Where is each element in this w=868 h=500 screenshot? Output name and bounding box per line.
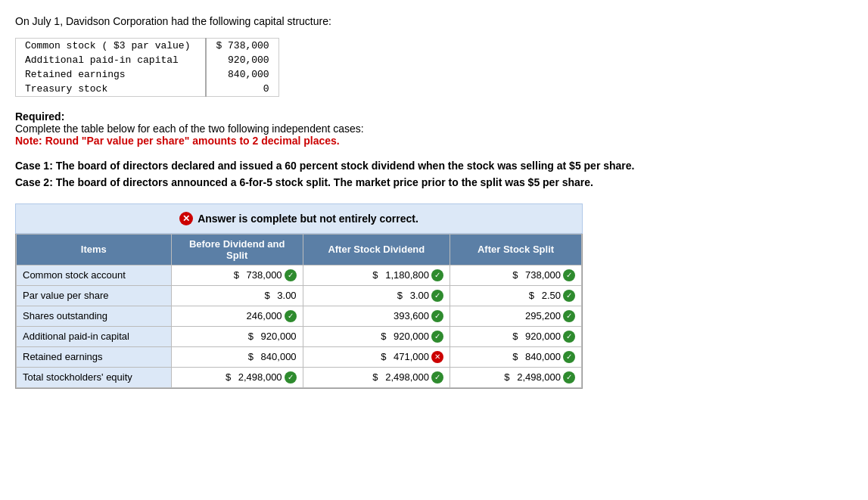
check-icon: ✓ (285, 269, 297, 281)
main-table: Items Before Dividend and Split After St… (16, 234, 582, 388)
before-value-cell: $ 3.00 (171, 285, 303, 306)
dollar-sign: $ (372, 371, 378, 383)
after-split-value: 2,498,000 (517, 371, 561, 383)
col-header-before: Before Dividend and Split (171, 234, 303, 265)
col-header-items: Items (17, 234, 172, 265)
row-label: Retained earnings (17, 346, 172, 367)
row-label: Additional paid-in capital (17, 326, 172, 346)
col-header-after-dividend: After Stock Dividend (303, 234, 450, 265)
after-split-value-cell: $ 738,000 ✓ (450, 265, 582, 285)
case2-text: Case 2: The board of directors announced… (15, 176, 593, 188)
dollar-sign: $ (234, 269, 239, 281)
dollar-sign: $ (264, 290, 269, 301)
capital-row-value: 920,000 (206, 53, 278, 67)
table-row: Additional paid-in capital$ 920,000$ 920… (17, 326, 582, 346)
row-label: Par value per share (17, 285, 172, 306)
row-label: Total stockholders' equity (17, 367, 172, 387)
required-text: Complete the table below for each of the… (15, 123, 364, 135)
dollar-sign: $ (397, 290, 403, 301)
before-value-cell: $ 920,000 (171, 326, 303, 346)
after-dividend-value-cell: $ 2,498,000 ✓ (303, 367, 450, 387)
after-split-value: 920,000 (525, 331, 561, 342)
before-value: 246,000 (247, 310, 282, 321)
check-icon: ✓ (431, 371, 443, 384)
before-value: 2,498,000 (238, 371, 282, 383)
after-split-value-cell: $ 2,498,000 ✓ (450, 367, 582, 387)
table-row: Common stock account$ 738,000 ✓$ 1,180,8… (17, 265, 582, 285)
required-label: Required: (15, 110, 64, 123)
after-dividend-value-cell: $ 3.00 ✓ (303, 285, 450, 306)
check-icon: ✓ (285, 371, 297, 384)
check-icon: ✓ (431, 331, 443, 343)
capital-row: Treasury stock0 (16, 82, 279, 97)
main-table-wrapper: Items Before Dividend and Split After St… (15, 234, 583, 389)
x-circle-icon: ✕ (431, 351, 443, 363)
capital-row-label: Common stock ( $3 par value) (16, 39, 207, 54)
check-icon: ✓ (563, 351, 575, 363)
capital-row-value: $ 738,000 (206, 39, 278, 54)
capital-row: Common stock ( $3 par value)$ 738,000 (16, 39, 279, 54)
check-icon: ✓ (285, 310, 297, 322)
answer-banner-text: Answer is complete but not entirely corr… (198, 213, 418, 225)
check-icon: ✓ (563, 371, 575, 384)
after-dividend-value: 2,498,000 (385, 371, 429, 383)
before-value-cell: $ 738,000 ✓ (171, 265, 303, 285)
dollar-sign: $ (372, 269, 378, 281)
capital-row: Additional paid-in capital920,000 (16, 53, 279, 67)
after-split-value-cell: $ 920,000 ✓ (450, 326, 582, 346)
check-icon: ✓ (563, 310, 575, 322)
intro-heading: On July 1, Davidson Corporation had the … (15, 15, 853, 27)
dollar-sign: $ (381, 331, 386, 342)
before-value-cell: 246,000 ✓ (171, 306, 303, 326)
check-icon: ✓ (563, 290, 575, 302)
after-dividend-value-cell: $ 471,000 ✕ (303, 346, 450, 367)
dollar-sign: $ (504, 371, 509, 383)
capital-structure-table: Common stock ( $3 par value)$ 738,000Add… (15, 38, 279, 97)
after-split-value: 840,000 (525, 351, 561, 362)
before-value-cell: $ 840,000 (171, 346, 303, 367)
capital-row-label: Additional paid-in capital (16, 53, 207, 67)
required-section: Required: Complete the table below for e… (15, 110, 853, 147)
after-split-value-cell: 295,200 ✓ (450, 306, 582, 326)
before-value: 920,000 (261, 331, 297, 342)
after-split-value-cell: $ 840,000 ✓ (450, 346, 582, 367)
dollar-sign: $ (248, 351, 254, 362)
before-value: 3.00 (277, 290, 296, 301)
dollar-sign: $ (248, 331, 254, 342)
note-text: Note: Round "Par value per share" amount… (15, 135, 340, 147)
dollar-sign: $ (512, 269, 518, 281)
after-dividend-value: 1,180,800 (385, 269, 429, 281)
after-split-value-cell: $ 2.50 ✓ (450, 285, 582, 306)
after-dividend-value-cell: 393,600 ✓ (303, 306, 450, 326)
case1-text: Case 1: The board of directors declared … (15, 160, 635, 172)
dollar-sign: $ (529, 290, 534, 301)
row-label: Shares outstanding (17, 306, 172, 326)
check-icon: ✓ (563, 269, 575, 281)
capital-row-label: Treasury stock (16, 82, 207, 97)
dollar-sign: $ (226, 371, 231, 383)
check-icon: ✓ (563, 331, 575, 343)
table-row: Par value per share$ 3.00$ 3.00 ✓$ 2.50 … (17, 285, 582, 306)
after-dividend-value: 393,600 (394, 310, 429, 321)
table-row: Total stockholders' equity$ 2,498,000 ✓$… (17, 367, 582, 387)
after-dividend-value-cell: $ 1,180,800 ✓ (303, 265, 450, 285)
check-icon: ✓ (431, 310, 443, 322)
table-row: Shares outstanding246,000 ✓393,600 ✓295,… (17, 306, 582, 326)
dollar-sign: $ (381, 351, 386, 362)
dollar-sign: $ (512, 351, 518, 362)
after-split-value: 295,200 (525, 310, 561, 321)
capital-row: Retained earnings840,000 (16, 67, 279, 82)
check-icon: ✓ (431, 269, 443, 281)
after-dividend-value-cell: $ 920,000 ✓ (303, 326, 450, 346)
col-header-after-split: After Stock Split (450, 234, 582, 265)
after-split-value: 738,000 (525, 269, 561, 281)
row-label: Common stock account (17, 265, 172, 285)
capital-row-value: 840,000 (206, 67, 278, 82)
before-value: 840,000 (261, 351, 297, 362)
after-dividend-value: 3.00 (410, 290, 429, 301)
before-value: 738,000 (247, 269, 282, 281)
x-icon: ✕ (179, 212, 193, 225)
table-row: Retained earnings$ 840,000$ 471,000 ✕$ 8… (17, 346, 582, 367)
after-dividend-value: 920,000 (394, 331, 429, 342)
before-value-cell: $ 2,498,000 ✓ (171, 367, 303, 387)
